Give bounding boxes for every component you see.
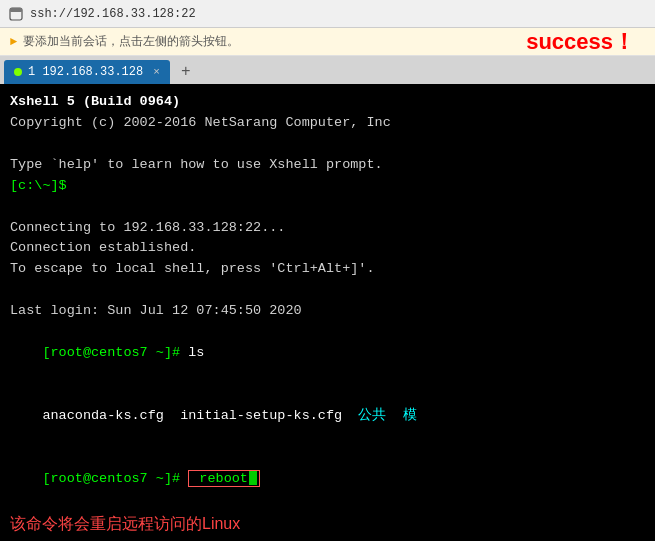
window-title: ssh://192.168.33.128:22: [30, 7, 196, 21]
terminal-line-3: [10, 134, 645, 155]
terminal-established: Connection established.: [10, 238, 645, 259]
notification-bar: ► 要添加当前会话，点击左侧的箭头按钮。 success！: [0, 28, 655, 56]
terminal-reboot-cmd: reboot: [188, 470, 260, 487]
terminal-line-2: Copyright (c) 2002-2016 NetSarang Comput…: [10, 113, 645, 134]
window-icon: [8, 6, 24, 22]
tab-label: 1 192.168.33.128: [28, 65, 143, 79]
terminal-reboot-line: [root@centos7 ~]# reboot: [10, 448, 645, 511]
terminal-connecting: Connecting to 192.168.33.128:22...: [10, 218, 645, 239]
terminal-prompt-ls: [root@centos7 ~]#: [42, 345, 180, 360]
terminal-last-login: Last login: Sun Jul 12 07:45:50 2020: [10, 301, 645, 322]
tab-bar: 1 192.168.33.128 × +: [0, 56, 655, 84]
tab-close-button[interactable]: ×: [153, 66, 160, 78]
arrow-icon: ►: [10, 35, 17, 49]
terminal-cursor: [249, 471, 257, 485]
terminal-ls-files: anaconda-ks.cfg initial-setup-ks.cfg: [42, 408, 342, 423]
terminal-blank-1: [10, 197, 645, 218]
new-tab-button[interactable]: +: [174, 60, 198, 84]
terminal-prompt-local: [c:\~]$: [10, 176, 645, 197]
notification-text: 要添加当前会话，点击左侧的箭头按钮。: [23, 33, 239, 50]
terminal-chinese-note: 该命令将会重启远程访问的Linux: [10, 512, 645, 537]
tab-status-dot: [14, 68, 22, 76]
terminal-escape-hint: To escape to local shell, press 'Ctrl+Al…: [10, 259, 645, 280]
terminal-ls-line: [root@centos7 ~]# ls: [10, 322, 645, 385]
terminal-ls-cyan: 公共 模: [342, 408, 416, 423]
terminal-line-4: Type `help' to learn how to use Xshell p…: [10, 155, 645, 176]
terminal-prompt-reboot: [root@centos7 ~]#: [42, 471, 180, 486]
success-label: success！: [526, 27, 635, 57]
terminal-output: Xshell 5 (Build 0964) Copyright (c) 2002…: [0, 84, 655, 541]
terminal-line-1: Xshell 5 (Build 0964): [10, 92, 645, 113]
svg-rect-1: [10, 8, 22, 12]
terminal-blank-2: [10, 280, 645, 301]
session-tab[interactable]: 1 192.168.33.128 ×: [4, 60, 170, 84]
terminal-ls-cmd: ls: [180, 345, 204, 360]
reboot-text: reboot: [191, 471, 248, 486]
title-bar: ssh://192.168.33.128:22: [0, 0, 655, 28]
terminal-ls-output: anaconda-ks.cfg initial-setup-ks.cfg 公共 …: [10, 385, 645, 448]
